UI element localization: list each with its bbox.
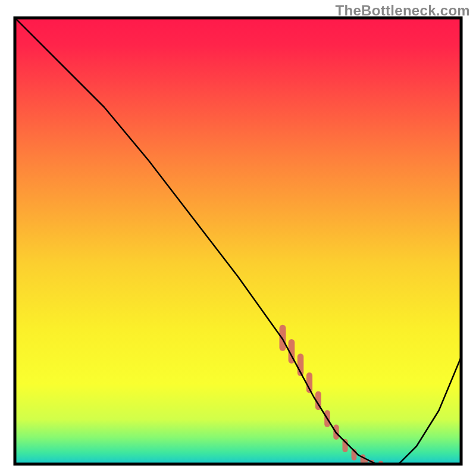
highlight-marker xyxy=(280,325,286,351)
watermark-text: TheBottleneck.com xyxy=(336,2,470,19)
chart-container: { "watermark": "TheBottleneck.com", "cha… xyxy=(0,0,476,476)
bottleneck-chart xyxy=(0,0,476,476)
